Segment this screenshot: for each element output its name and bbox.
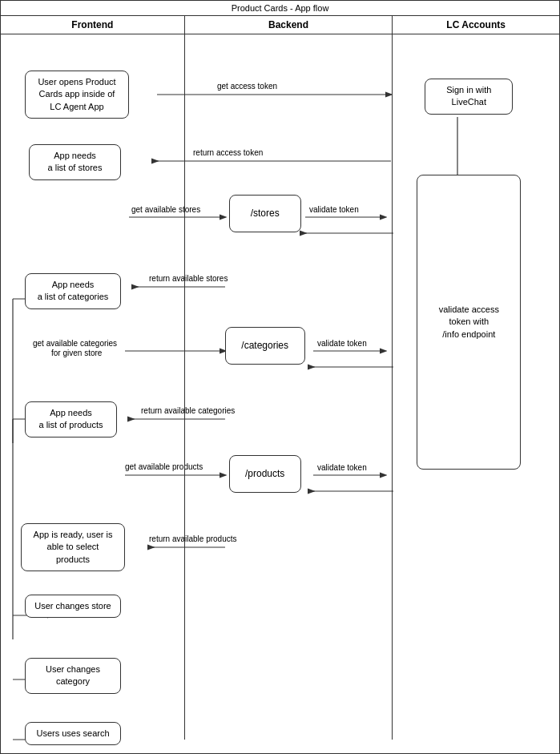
columns-header: Frontend Backend LC Accounts <box>1 16 559 34</box>
users-uses-search-box: Users uses search <box>25 722 121 745</box>
app-needs-stores-box: App needs a list of stores <box>29 144 121 180</box>
header-frontend: Frontend <box>1 16 185 34</box>
categories-endpoint-box: /categories <box>225 327 305 365</box>
app-needs-categories-box: App needs a list of categories <box>25 273 121 309</box>
user-changes-category-box: User changes category <box>25 658 121 694</box>
diagram-title: Product Cards - App flow <box>1 1 559 16</box>
stores-endpoint-box: /stores <box>229 195 301 232</box>
diagram-container: Product Cards - App flow Frontend Backen… <box>0 0 560 754</box>
backend-column: /stores /categories /products <box>185 34 393 740</box>
header-lc-accounts: LC Accounts <box>393 16 559 34</box>
app-ready-box: App is ready, user is able to select pro… <box>21 523 125 571</box>
sign-in-box: Sign in with LiveChat <box>425 79 513 115</box>
user-opens-box: User opens Product Cards app inside of L… <box>25 71 129 119</box>
diagram-body: get access token return access token get… <box>1 34 559 740</box>
app-needs-products-box: App needs a list of products <box>25 401 117 437</box>
user-changes-store-box: User changes store <box>25 595 121 618</box>
lc-accounts-column: Sign in with LiveChat validate access to… <box>393 34 559 740</box>
frontend-column: User opens Product Cards app inside of L… <box>1 34 185 740</box>
header-backend: Backend <box>185 16 393 34</box>
validate-access-box: validate access token with /info endpoin… <box>417 175 521 470</box>
products-endpoint-box: /products <box>229 455 301 493</box>
title-text: Product Cards - App flow <box>232 3 329 13</box>
